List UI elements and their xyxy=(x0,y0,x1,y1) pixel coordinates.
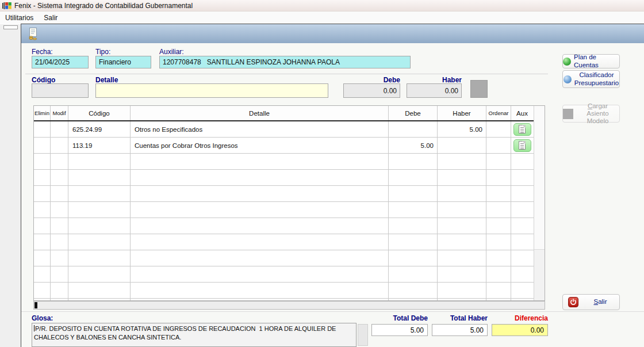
cell-ordenar xyxy=(486,266,511,282)
header-codigo[interactable]: Código xyxy=(68,106,131,120)
glosa-textarea[interactable]: P/R. DEPOSITO EN CUENTA ROTATIVA DE INGR… xyxy=(32,323,356,347)
cell-codigo xyxy=(68,299,131,300)
add-entry-button[interactable] xyxy=(470,80,488,98)
plan-de-cuentas-label: Plan de Cuentas xyxy=(574,54,619,68)
header-modif[interactable]: Modif xyxy=(51,106,68,120)
cell-elimin xyxy=(34,250,51,266)
clasificador-label-line1: Clasificador xyxy=(579,71,614,78)
cell-debe xyxy=(389,154,438,169)
total-debe-label: Total Debe xyxy=(371,314,428,322)
cell-modif xyxy=(51,138,68,153)
cell-debe xyxy=(389,202,438,218)
entries-table-body: 625.24.99Otros no Especificados5.00113.1… xyxy=(34,121,534,300)
windows-flag-icon xyxy=(2,2,12,10)
minimized-window-fragment[interactable] xyxy=(3,25,18,29)
cell-modif xyxy=(51,266,68,282)
app-window: Fenix - Sistema Integrado de Contabilida… xyxy=(0,0,644,347)
cell-aux xyxy=(511,218,533,234)
header-elimin[interactable]: Elimin xyxy=(34,106,51,120)
menu-utilitarios[interactable]: Utilitarios xyxy=(0,12,39,24)
codigo-input[interactable] xyxy=(32,83,89,98)
cell-debe xyxy=(389,218,438,234)
salir-button[interactable]: Salir xyxy=(562,294,620,310)
separator-line xyxy=(25,74,548,74)
horizontal-scrollbar-thumb[interactable] xyxy=(34,302,37,308)
total-haber-field[interactable] xyxy=(432,324,488,336)
text-caret xyxy=(34,325,34,331)
cell-haber xyxy=(438,154,486,169)
cargar-accel: C xyxy=(588,102,592,109)
debe-input[interactable] xyxy=(343,83,400,98)
fecha-field[interactable] xyxy=(32,56,89,68)
cell-detalle xyxy=(131,154,389,169)
table-row[interactable] xyxy=(34,299,534,300)
cell-ordenar xyxy=(486,138,511,153)
cell-ordenar xyxy=(486,154,511,169)
cell-modif xyxy=(51,121,68,137)
glosa-text: P/R. DEPOSITO EN CUENTA ROTATIVA DE INGR… xyxy=(34,325,338,341)
diferencia-field[interactable] xyxy=(492,324,548,336)
table-row[interactable] xyxy=(34,283,534,299)
cell-codigo xyxy=(68,250,131,266)
header-detalle[interactable]: Detalle xyxy=(131,106,389,120)
cell-elimin xyxy=(34,218,51,234)
table-row[interactable] xyxy=(34,170,534,186)
footer-divider xyxy=(21,311,644,312)
entries-table: Elimin Modif Código Detalle Debe Haber O… xyxy=(33,105,545,301)
cell-ordenar xyxy=(486,234,511,250)
tipo-field[interactable] xyxy=(95,56,151,68)
header-debe[interactable]: Debe xyxy=(389,106,438,120)
main-content: Fecha: Tipo: Auxiliar: Código Detalle De… xyxy=(21,24,644,347)
table-row[interactable] xyxy=(34,154,534,170)
cell-ordenar xyxy=(486,299,511,300)
table-row[interactable] xyxy=(34,186,534,202)
cell-codigo xyxy=(68,234,131,250)
table-horizontal-scrollbar[interactable] xyxy=(33,301,545,310)
cell-haber xyxy=(438,299,486,300)
cell-debe xyxy=(389,250,438,266)
table-vertical-scrollbar[interactable] xyxy=(534,106,545,300)
table-row[interactable] xyxy=(34,218,534,234)
power-icon xyxy=(568,297,578,307)
cell-elimin xyxy=(34,299,51,300)
table-row[interactable] xyxy=(34,250,534,266)
menu-salir[interactable]: Salir xyxy=(39,12,63,24)
cell-haber xyxy=(438,266,486,282)
cell-debe: 5.00 xyxy=(389,138,438,153)
header-ordenar[interactable]: Ordenar xyxy=(486,106,511,120)
total-debe-field[interactable] xyxy=(371,324,428,336)
haber-input[interactable] xyxy=(407,83,462,98)
cell-aux xyxy=(511,202,533,218)
window-title: Fenix - Sistema Integrado de Contabilida… xyxy=(14,2,193,10)
aux-detail-button[interactable] xyxy=(513,123,531,136)
cell-haber xyxy=(438,250,486,266)
new-entry-document-coins-icon[interactable] xyxy=(26,27,39,41)
table-row[interactable] xyxy=(34,266,534,283)
cell-aux xyxy=(511,234,533,250)
title-bar: Fenix - Sistema Integrado de Contabilida… xyxy=(0,0,644,12)
haber-label: Haber xyxy=(407,76,462,84)
cell-codigo xyxy=(68,154,131,169)
debe-label: Debe xyxy=(343,76,400,84)
cargar-asiento-modelo-button[interactable]: Cargar Asiento Modelo xyxy=(562,105,620,123)
auxiliar-field[interactable] xyxy=(159,56,411,68)
table-row[interactable] xyxy=(34,202,534,218)
cell-codigo xyxy=(68,283,131,298)
detalle-input[interactable] xyxy=(95,83,328,98)
document-icon xyxy=(519,125,526,134)
table-row[interactable] xyxy=(34,234,534,250)
entries-table-main: Elimin Modif Código Detalle Debe Haber O… xyxy=(34,106,534,300)
cell-modif xyxy=(51,250,68,266)
cell-aux xyxy=(511,154,533,169)
table-row[interactable]: 625.24.99Otros no Especificados5.00 xyxy=(34,121,534,138)
header-haber[interactable]: Haber xyxy=(438,106,486,120)
aux-detail-button[interactable] xyxy=(513,139,531,152)
detalle-label: Detalle xyxy=(95,76,118,84)
clasificador-presupuestario-button[interactable]: Clasificador Presupuestario xyxy=(562,70,620,88)
cell-ordenar xyxy=(486,250,511,266)
cell-haber xyxy=(438,202,486,218)
vertical-scrollbar-thumb[interactable] xyxy=(534,106,545,250)
plan-de-cuentas-button[interactable]: Plan de Cuentas xyxy=(562,54,620,68)
header-aux[interactable]: Aux xyxy=(511,106,533,120)
table-row[interactable]: 113.19Cuentas por Cobrar Otros Ingresos5… xyxy=(34,138,534,154)
